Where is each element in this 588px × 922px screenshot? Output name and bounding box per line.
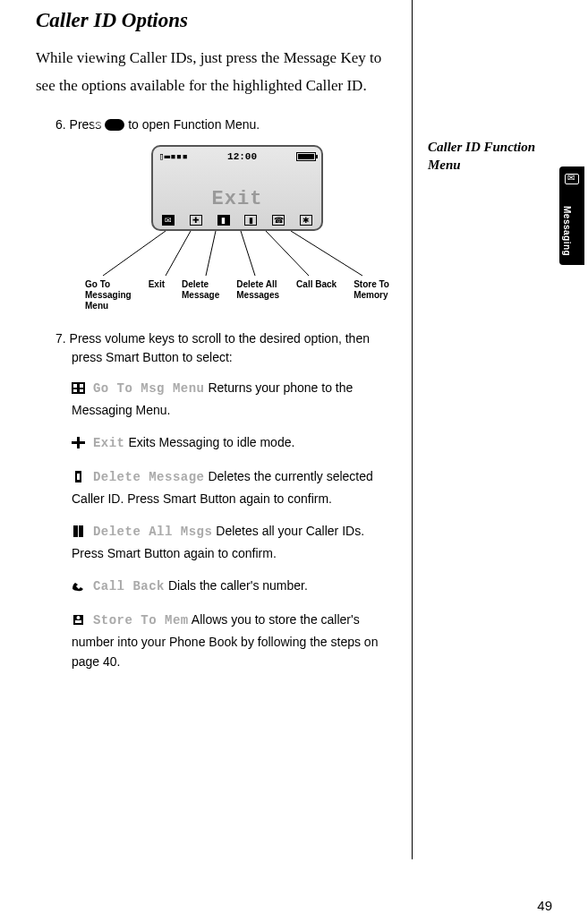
message-key-icon xyxy=(105,119,124,131)
svg-rect-16 xyxy=(79,525,83,537)
section-title: Caller ID Options xyxy=(36,9,394,32)
option-callback: Call Back Dials the caller's number. xyxy=(72,576,394,597)
option-goto: Go To Msg Menu Returns your phone to the… xyxy=(72,378,394,420)
intro-text: While viewing Caller IDs, just press the… xyxy=(36,45,394,99)
store-icon xyxy=(72,611,85,631)
phone-screen: ▯▬▪▪▪ 12:00 Exit ✉ ✚ ▮ ▮ ☎ ✱ xyxy=(151,145,323,231)
svg-rect-9 xyxy=(73,389,77,392)
callout-lines xyxy=(94,231,380,285)
svg-line-3 xyxy=(241,231,255,276)
svg-rect-10 xyxy=(80,389,83,392)
phone-screen-diagram: ▯▬▪▪▪ 12:00 Exit ✉ ✚ ▮ ▮ ☎ ✱ xyxy=(81,145,394,312)
exit-desc: Exits Messaging to idle mode. xyxy=(125,435,295,449)
softkey-exit-icon: ✚ xyxy=(190,215,202,226)
deleteall-icon xyxy=(72,523,85,542)
option-delete: Delete Message Deletes the currently sel… xyxy=(72,466,394,508)
svg-line-2 xyxy=(206,231,216,276)
softkey-deleteall-icon: ▮ xyxy=(244,215,257,226)
callback-icon xyxy=(72,577,85,597)
svg-line-1 xyxy=(166,231,191,276)
margin-annotation: Caller ID Function Menu xyxy=(428,138,546,175)
page-number: 49 xyxy=(537,898,552,913)
softkey-store-icon: ✱ xyxy=(300,215,312,226)
delete-icon xyxy=(72,468,85,488)
svg-rect-15 xyxy=(73,525,78,537)
step6-suffix: to open Function Menu. xyxy=(128,117,260,132)
section-tab: Messaging xyxy=(559,166,584,265)
softkey-goto-icon: ✉ xyxy=(162,215,175,226)
callback-label: Call Back xyxy=(93,579,165,593)
delete-label: Delete Message xyxy=(93,470,205,484)
vertical-divider xyxy=(412,0,413,859)
softkey-delete-icon: ▮ xyxy=(217,215,230,226)
step-7: 7. Press volume keys to scroll to the de… xyxy=(72,329,394,367)
signal-icon: ▯▬▪▪▪ xyxy=(158,150,188,162)
exit-label: Exit xyxy=(93,436,125,450)
svg-rect-19 xyxy=(75,620,81,623)
svg-rect-12 xyxy=(72,441,85,444)
tab-envelope-icon xyxy=(565,174,579,184)
svg-rect-7 xyxy=(73,384,77,388)
svg-rect-14 xyxy=(77,474,80,480)
step-6: 6. Press to open Function Menu. xyxy=(72,115,394,134)
svg-point-18 xyxy=(77,616,81,619)
option-exit: Exit Exits Messaging to idle mode. xyxy=(72,432,394,454)
deleteall-label: Delete All Msgs xyxy=(93,525,213,539)
svg-line-0 xyxy=(103,231,166,276)
exit-icon xyxy=(72,434,85,454)
option-deleteall: Delete All Msgs Deletes all your Caller … xyxy=(72,521,394,563)
battery-icon xyxy=(296,152,316,161)
svg-rect-6 xyxy=(72,382,85,394)
store-label: Store To Mem xyxy=(93,613,189,627)
svg-rect-8 xyxy=(80,384,83,388)
goto-label: Go To Msg Menu xyxy=(93,381,205,396)
option-store: Store To Mem Allows you to store the cal… xyxy=(72,610,394,671)
goto-icon xyxy=(72,380,85,399)
softkey-callback-icon: ☎ xyxy=(272,215,285,226)
callback-desc: Dials the caller's number. xyxy=(165,578,308,593)
screen-center-text: Exit xyxy=(153,188,321,210)
tab-label: Messaging xyxy=(562,206,572,256)
screen-softkey-row: ✉ ✚ ▮ ▮ ☎ ✱ xyxy=(162,215,312,226)
svg-line-5 xyxy=(291,231,362,276)
screen-time: 12:00 xyxy=(227,151,257,162)
